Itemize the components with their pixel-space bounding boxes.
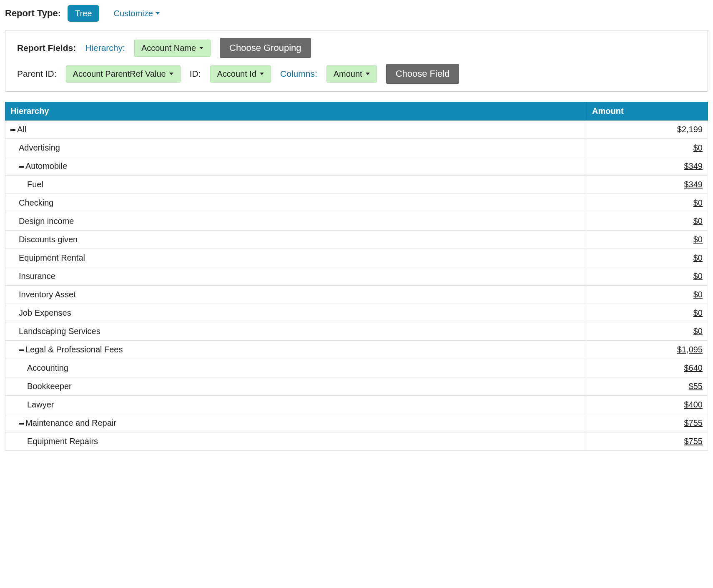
table-row: Automobile$349 xyxy=(5,157,708,176)
amount-cell[interactable]: $55 xyxy=(587,377,708,396)
collapse-icon[interactable] xyxy=(19,349,24,351)
hierarchy-cell[interactable]: All xyxy=(5,121,587,139)
table-row: Equipment Repairs$755 xyxy=(5,432,708,451)
table-row: Maintenance and Repair$755 xyxy=(5,414,708,432)
report-type-row: Report Type: Tree Customize xyxy=(5,5,708,22)
id-label: ID: xyxy=(190,69,201,79)
amount-value: $0 xyxy=(693,198,703,207)
id-dropdown-value: Account Id xyxy=(217,69,257,79)
hierarchy-cell[interactable]: Automobile xyxy=(5,157,587,176)
amount-cell[interactable]: $349 xyxy=(587,157,708,176)
parent-id-dropdown[interactable]: Account ParentRef Value xyxy=(66,65,181,83)
amount-value: $400 xyxy=(684,400,703,409)
hierarchy-dropdown[interactable]: Account Name xyxy=(134,40,211,57)
hierarchy-dropdown-value: Account Name xyxy=(141,43,196,53)
header-hierarchy[interactable]: Hierarchy xyxy=(5,102,587,121)
amount-cell[interactable]: $0 xyxy=(587,322,708,341)
panel-row-1: Report Fields: Hierarchy: Account Name C… xyxy=(17,38,696,58)
table-row: Design income$0 xyxy=(5,212,708,231)
hierarchy-label: All xyxy=(17,125,26,134)
amount-value: $2,199 xyxy=(677,125,703,134)
hierarchy-cell: Design income xyxy=(5,212,587,231)
amount-cell: $2,199 xyxy=(587,121,708,139)
hierarchy-label: Equipment Rental xyxy=(19,253,85,262)
table-row: Equipment Rental$0 xyxy=(5,249,708,267)
caret-down-icon xyxy=(156,12,160,15)
choose-grouping-label: Choose Grouping xyxy=(229,43,301,53)
hierarchy-cell[interactable]: Maintenance and Repair xyxy=(5,414,587,432)
amount-cell[interactable]: $0 xyxy=(587,212,708,231)
caret-down-icon xyxy=(366,73,370,75)
amount-cell[interactable]: $640 xyxy=(587,359,708,377)
hierarchy-cell: Advertising xyxy=(5,139,587,157)
header-amount[interactable]: Amount xyxy=(587,102,708,121)
amount-cell[interactable]: $755 xyxy=(587,432,708,451)
amount-cell[interactable]: $0 xyxy=(587,139,708,157)
table-row: Inventory Asset$0 xyxy=(5,286,708,304)
table-row: Accounting$640 xyxy=(5,359,708,377)
hierarchy-label: Accounting xyxy=(27,363,68,372)
amount-cell[interactable]: $0 xyxy=(587,286,708,304)
columns-dropdown[interactable]: Amount xyxy=(326,65,377,83)
hierarchy-label: Design income xyxy=(19,216,74,226)
parent-id-label: Parent ID: xyxy=(17,69,57,79)
hierarchy-cell: Bookkeeper xyxy=(5,377,587,396)
hierarchy-label: Hierarchy: xyxy=(85,43,125,53)
hierarchy-cell: Accounting xyxy=(5,359,587,377)
amount-cell[interactable]: $0 xyxy=(587,249,708,267)
customize-button[interactable]: Customize xyxy=(106,5,167,22)
hierarchy-label: Checking xyxy=(19,198,53,207)
tree-button[interactable]: Tree xyxy=(68,5,99,22)
amount-value: $349 xyxy=(684,180,703,189)
amount-value: $0 xyxy=(693,271,703,281)
report-table: Hierarchy Amount All$2,199Advertising$0A… xyxy=(5,102,708,451)
amount-value: $55 xyxy=(689,382,703,391)
tree-button-label: Tree xyxy=(75,8,92,18)
choose-grouping-button[interactable]: Choose Grouping xyxy=(220,38,311,58)
choose-field-button[interactable]: Choose Field xyxy=(386,64,459,84)
amount-value: $0 xyxy=(693,253,703,262)
hierarchy-label: Legal & Professional Fees xyxy=(25,345,123,354)
id-dropdown[interactable]: Account Id xyxy=(210,65,271,83)
choose-field-label: Choose Field xyxy=(396,68,450,79)
amount-value: $0 xyxy=(693,143,703,152)
amount-cell[interactable]: $400 xyxy=(587,396,708,414)
amount-cell[interactable]: $1,095 xyxy=(587,341,708,359)
columns-dropdown-value: Amount xyxy=(334,69,362,79)
hierarchy-cell: Landscaping Services xyxy=(5,322,587,341)
hierarchy-label: Fuel xyxy=(27,180,43,189)
amount-cell[interactable]: $0 xyxy=(587,267,708,286)
table-row: Checking$0 xyxy=(5,194,708,212)
hierarchy-cell: Job Expenses xyxy=(5,304,587,322)
amount-cell[interactable]: $755 xyxy=(587,414,708,432)
hierarchy-cell: Checking xyxy=(5,194,587,212)
hierarchy-cell[interactable]: Legal & Professional Fees xyxy=(5,341,587,359)
hierarchy-label: Landscaping Services xyxy=(19,327,100,336)
amount-value: $0 xyxy=(693,216,703,226)
table-row: All$2,199 xyxy=(5,121,708,139)
report-fields-panel: Report Fields: Hierarchy: Account Name C… xyxy=(5,30,708,92)
hierarchy-label: Equipment Repairs xyxy=(27,437,98,446)
amount-cell[interactable]: $0 xyxy=(587,194,708,212)
report-fields-label: Report Fields: xyxy=(17,43,76,53)
collapse-icon[interactable] xyxy=(10,129,15,131)
collapse-icon[interactable] xyxy=(19,166,24,168)
amount-value: $1,095 xyxy=(677,345,703,354)
table-row: Lawyer$400 xyxy=(5,396,708,414)
amount-cell[interactable]: $0 xyxy=(587,231,708,249)
amount-cell[interactable]: $0 xyxy=(587,304,708,322)
amount-value: $0 xyxy=(693,308,703,317)
collapse-icon[interactable] xyxy=(19,423,24,425)
amount-value: $640 xyxy=(684,363,703,372)
amount-value: $755 xyxy=(684,437,703,446)
caret-down-icon xyxy=(260,73,264,75)
table-row: Discounts given$0 xyxy=(5,231,708,249)
amount-value: $0 xyxy=(693,327,703,336)
hierarchy-cell: Fuel xyxy=(5,176,587,194)
table-row: Bookkeeper$55 xyxy=(5,377,708,396)
amount-value: $0 xyxy=(693,290,703,299)
hierarchy-cell: Equipment Rental xyxy=(5,249,587,267)
amount-cell[interactable]: $349 xyxy=(587,176,708,194)
columns-label: Columns: xyxy=(280,69,317,79)
hierarchy-label: Insurance xyxy=(19,271,55,281)
